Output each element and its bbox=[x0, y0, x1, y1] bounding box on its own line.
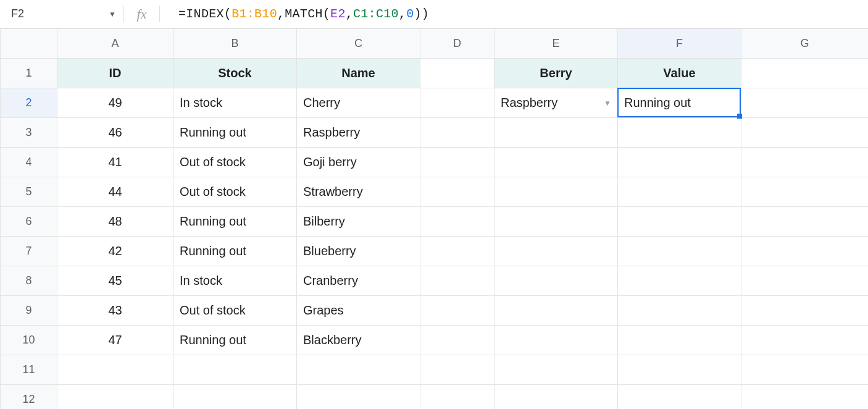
cell-C3[interactable]: Raspberry bbox=[297, 118, 420, 148]
cell-D12[interactable] bbox=[420, 385, 495, 410]
row-header-3[interactable]: 3 bbox=[1, 118, 57, 148]
cell-B4[interactable]: Out of stock bbox=[173, 148, 297, 177]
cell-B5[interactable]: Out of stock bbox=[173, 177, 297, 207]
cell-D5[interactable] bbox=[420, 177, 495, 207]
cell-A2[interactable]: 49 bbox=[57, 88, 173, 118]
cell-C10[interactable]: Blackberry bbox=[297, 326, 420, 355]
cell-E4[interactable] bbox=[495, 148, 618, 177]
cell-G2[interactable] bbox=[741, 88, 869, 118]
cell-A11[interactable] bbox=[57, 355, 173, 385]
cell-A7[interactable]: 42 bbox=[57, 237, 173, 266]
row-header-9[interactable]: 9 bbox=[1, 296, 57, 326]
cell-A9[interactable]: 43 bbox=[57, 296, 173, 326]
col-header-G[interactable]: G bbox=[741, 29, 869, 59]
cell-B1[interactable]: Stock bbox=[173, 59, 297, 88]
cell-D3[interactable] bbox=[420, 118, 495, 148]
cell-E6[interactable] bbox=[495, 207, 618, 237]
cell-B7[interactable]: Running out bbox=[173, 237, 297, 266]
cell-F11[interactable] bbox=[618, 355, 741, 385]
cell-B3[interactable]: Running out bbox=[173, 118, 297, 148]
cell-G9[interactable] bbox=[741, 296, 869, 326]
name-box[interactable]: F2 ▼ bbox=[0, 0, 123, 28]
cell-D8[interactable] bbox=[420, 266, 495, 296]
row-header-6[interactable]: 6 bbox=[1, 207, 57, 237]
row-header-10[interactable]: 10 bbox=[1, 326, 57, 355]
row-header-7[interactable]: 7 bbox=[1, 237, 57, 266]
row-header-4[interactable]: 4 bbox=[1, 148, 57, 177]
cell-D2[interactable] bbox=[420, 88, 495, 118]
row-header-8[interactable]: 8 bbox=[1, 266, 57, 296]
cell-B11[interactable] bbox=[173, 355, 297, 385]
cell-D11[interactable] bbox=[420, 355, 495, 385]
cell-F8[interactable] bbox=[618, 266, 741, 296]
col-header-C[interactable]: C bbox=[297, 29, 420, 59]
cell-G3[interactable] bbox=[741, 118, 869, 148]
cell-E3[interactable] bbox=[495, 118, 618, 148]
cell-G11[interactable] bbox=[741, 355, 869, 385]
cell-E1[interactable]: Berry bbox=[495, 59, 618, 88]
col-header-E[interactable]: E bbox=[495, 29, 618, 59]
col-header-D[interactable]: D bbox=[420, 29, 495, 59]
cell-F3[interactable] bbox=[618, 118, 741, 148]
cell-A1[interactable]: ID bbox=[57, 59, 173, 88]
cell-B8[interactable]: In stock bbox=[173, 266, 297, 296]
cell-G12[interactable] bbox=[741, 385, 869, 410]
cell-A6[interactable]: 48 bbox=[57, 207, 173, 237]
spreadsheet-grid[interactable]: A B C D E F G 1 ID Stock Name Berry Valu… bbox=[0, 28, 868, 409]
cell-G8[interactable] bbox=[741, 266, 869, 296]
cell-F5[interactable] bbox=[618, 177, 741, 207]
cell-D10[interactable] bbox=[420, 326, 495, 355]
cell-E5[interactable] bbox=[495, 177, 618, 207]
cell-B12[interactable] bbox=[173, 385, 297, 410]
cell-F7[interactable] bbox=[618, 237, 741, 266]
cell-A10[interactable]: 47 bbox=[57, 326, 173, 355]
col-header-A[interactable]: A bbox=[57, 29, 173, 59]
cell-B10[interactable]: Running out bbox=[173, 326, 297, 355]
cell-G7[interactable] bbox=[741, 237, 869, 266]
cell-B6[interactable]: Running out bbox=[173, 207, 297, 237]
cell-F6[interactable] bbox=[618, 207, 741, 237]
cell-D9[interactable] bbox=[420, 296, 495, 326]
formula-input[interactable]: =INDEX(B1:B10,MATCH(E2,C1:C10,0)) bbox=[159, 6, 868, 22]
cell-F1[interactable]: Value bbox=[618, 59, 741, 88]
cell-D1[interactable] bbox=[420, 59, 495, 88]
row-header-1[interactable]: 1 bbox=[1, 59, 57, 88]
cell-G6[interactable] bbox=[741, 207, 869, 237]
cell-G4[interactable] bbox=[741, 148, 869, 177]
cell-C1[interactable]: Name bbox=[297, 59, 420, 88]
cell-G10[interactable] bbox=[741, 326, 869, 355]
cell-B2[interactable]: In stock bbox=[173, 88, 297, 118]
cell-F9[interactable] bbox=[618, 296, 741, 326]
cell-B9[interactable]: Out of stock bbox=[173, 296, 297, 326]
dropdown-icon[interactable]: ▼ bbox=[604, 99, 611, 108]
cell-C12[interactable] bbox=[297, 385, 420, 410]
cell-A3[interactable]: 46 bbox=[57, 118, 173, 148]
cell-E8[interactable] bbox=[495, 266, 618, 296]
cell-C9[interactable]: Grapes bbox=[297, 296, 420, 326]
cell-G5[interactable] bbox=[741, 177, 869, 207]
cell-C4[interactable]: Goji berry bbox=[297, 148, 420, 177]
cell-F2[interactable]: Running out bbox=[618, 88, 741, 118]
cell-E2[interactable]: Raspberry ▼ bbox=[495, 88, 618, 118]
cell-C6[interactable]: Bilberry bbox=[297, 207, 420, 237]
cell-E12[interactable] bbox=[495, 385, 618, 410]
cell-E10[interactable] bbox=[495, 326, 618, 355]
select-all-corner[interactable] bbox=[1, 29, 57, 59]
cell-A5[interactable]: 44 bbox=[57, 177, 173, 207]
col-header-B[interactable]: B bbox=[173, 29, 297, 59]
cell-E11[interactable] bbox=[495, 355, 618, 385]
row-header-11[interactable]: 11 bbox=[1, 355, 57, 385]
row-header-12[interactable]: 12 bbox=[1, 385, 57, 410]
row-header-2[interactable]: 2 bbox=[1, 88, 57, 118]
cell-F4[interactable] bbox=[618, 148, 741, 177]
cell-C2[interactable]: Cherry bbox=[297, 88, 420, 118]
cell-G1[interactable] bbox=[741, 59, 869, 88]
cell-A4[interactable]: 41 bbox=[57, 148, 173, 177]
cell-F10[interactable] bbox=[618, 326, 741, 355]
cell-A12[interactable] bbox=[57, 385, 173, 410]
cell-C5[interactable]: Strawberry bbox=[297, 177, 420, 207]
row-header-5[interactable]: 5 bbox=[1, 177, 57, 207]
cell-C7[interactable]: Blueberry bbox=[297, 237, 420, 266]
cell-A8[interactable]: 45 bbox=[57, 266, 173, 296]
cell-D7[interactable] bbox=[420, 237, 495, 266]
